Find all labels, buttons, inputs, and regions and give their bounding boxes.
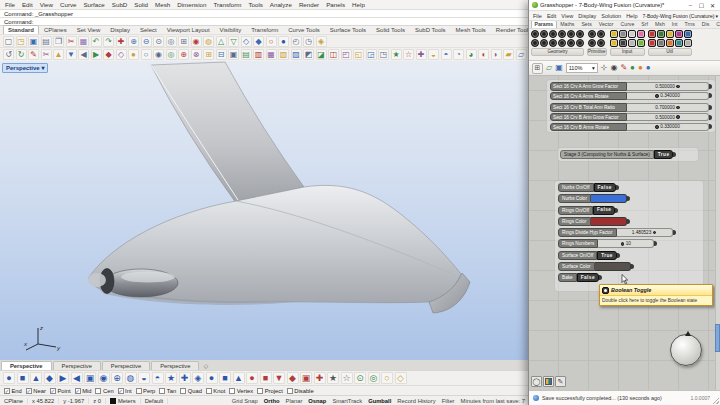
toolbar-icon[interactable]: ◆ (103, 49, 114, 60)
toolbar-icon[interactable]: ⊕ (111, 372, 123, 384)
toolbar-icon[interactable]: ◆ (287, 372, 299, 384)
gh-param[interactable]: Rings Color (558, 217, 676, 226)
component-tab[interactable]: Msh (651, 20, 668, 28)
sketch-ellipse-icon[interactable]: ◯ (531, 376, 542, 387)
document-selector[interactable]: 7-Body-Wing Fusion (Curvature) ▾ (642, 13, 717, 19)
markup-tool-icon[interactable]: ✎ (555, 376, 566, 387)
pan-icon[interactable]: ⊙ (153, 36, 164, 47)
number-slider[interactable]: Sect 16 Crv B Total Arm Ratio 0.700000 (550, 103, 712, 112)
menu-item[interactable]: Analyze (270, 1, 292, 8)
circle-icon[interactable]: ○ (266, 36, 277, 47)
menu-item[interactable]: Help (352, 1, 365, 8)
status-pane[interactable]: Osnap (308, 398, 326, 404)
toolbar-icon[interactable]: ◳ (378, 49, 389, 60)
menu-item[interactable]: Dimension (177, 1, 206, 8)
osnap-checkbox[interactable]: Point (50, 388, 71, 394)
component-icon[interactable] (531, 30, 539, 38)
slider-track[interactable]: 0.500000 (627, 113, 709, 122)
toolbar-icon[interactable]: ◇ (395, 372, 407, 384)
component-icon[interactable] (684, 39, 692, 47)
component-icon[interactable] (675, 39, 683, 47)
toolbar-icon[interactable]: ◕ (466, 49, 477, 60)
component-icon[interactable] (648, 30, 656, 38)
toolbar-tab[interactable]: Solid Tools (371, 25, 410, 34)
toolbar-icon[interactable]: ⊟ (216, 49, 227, 60)
component-icon[interactable] (666, 39, 674, 47)
toolbar-tab[interactable]: Set View (72, 25, 106, 34)
component-icon[interactable] (531, 39, 539, 47)
grasshopper-titlebar[interactable]: Grasshopper - 7-Body-Wing Fusion (Curvat… (529, 0, 720, 11)
zoom-in-icon[interactable]: ⊕ (128, 36, 139, 47)
move-icon[interactable]: △ (216, 36, 227, 47)
canvas-compass-widget[interactable] (670, 334, 702, 366)
output-nub-icon[interactable] (616, 185, 619, 190)
component-icon[interactable] (637, 30, 645, 38)
component-icon[interactable] (567, 39, 575, 47)
slider-track[interactable]: 0.700000 (627, 103, 709, 112)
toolbar-icon[interactable]: ✚ (179, 372, 191, 384)
status-cell[interactable]: Default (141, 398, 168, 404)
output-nub-icon[interactable] (709, 84, 712, 89)
component-icon[interactable] (675, 30, 683, 38)
open-icon[interactable]: ◳ (16, 36, 27, 47)
status-pane[interactable]: Filter (442, 398, 455, 404)
toolbar-icon[interactable]: ▣ (300, 372, 312, 384)
output-nub-icon[interactable] (617, 253, 620, 258)
toolbar-icon[interactable]: ★ (165, 372, 177, 384)
toolbar-icon[interactable]: ▣ (228, 49, 239, 60)
toolbar-icon[interactable]: ★ (391, 49, 402, 60)
toolbar-icon[interactable]: ⊗ (191, 49, 202, 60)
component-icon[interactable] (628, 39, 636, 47)
select-icon[interactable]: ◉ (191, 36, 202, 47)
toolbar-icon[interactable]: ■ (17, 372, 29, 384)
menu-item[interactable]: View (561, 13, 573, 19)
gh-param[interactable]: Rings On/Off False False (558, 206, 676, 215)
ribbon-group-label[interactable]: Util (648, 48, 692, 56)
component-icon[interactable] (684, 30, 692, 38)
status-pane[interactable]: Planar (286, 398, 303, 404)
status-cell[interactable]: CPlane (0, 398, 28, 404)
toolbar-icon[interactable]: ◈ (192, 372, 204, 384)
output-nub-icon[interactable] (709, 93, 712, 98)
canvas-scrollbar[interactable] (715, 76, 720, 390)
toolbar-icon[interactable]: ● (246, 372, 258, 384)
slider-knob-icon[interactable] (653, 231, 657, 235)
properties-icon[interactable]: ◷ (303, 36, 314, 47)
gh-param[interactable]: Surface Color (558, 262, 676, 271)
ribbon-group-label[interactable]: Geometry (531, 48, 584, 56)
colour-swatch[interactable] (591, 217, 627, 226)
slider-track[interactable]: 0.500000 (627, 82, 709, 91)
preview-eye-icon[interactable]: ◉ (610, 63, 617, 73)
paint-icon[interactable]: ✎ (620, 63, 627, 73)
scale-icon[interactable]: ◇ (241, 36, 252, 47)
component-icon[interactable] (619, 30, 627, 38)
osnap-checkbox[interactable]: Tan (159, 388, 176, 394)
copy-icon[interactable]: ❐ (53, 36, 64, 47)
toolbar-icon[interactable]: ▶ (91, 49, 102, 60)
green-sphere-icon[interactable]: ● (630, 63, 635, 73)
viewport-title[interactable]: Perspective ▾ (2, 63, 48, 73)
mirror-icon[interactable]: ◆ (253, 36, 264, 47)
remote-sliders-icon[interactable] (543, 376, 554, 387)
toolbar-icon[interactable]: ▦ (266, 49, 277, 60)
boolean-toggle[interactable]: True (597, 251, 617, 260)
toolbar-icon[interactable]: ◇ (116, 49, 127, 60)
rotate-icon[interactable]: ▽ (228, 36, 239, 47)
output-nub-icon[interactable] (673, 152, 676, 157)
menu-item[interactable]: View (40, 1, 53, 8)
new-viewport-icon[interactable]: ◇ (200, 362, 211, 370)
toolbar-icon[interactable]: ▱ (516, 49, 527, 60)
toolbar-icon[interactable]: ◒ (138, 372, 150, 384)
component-icon[interactable] (597, 30, 605, 38)
toolbar-icon[interactable]: ▰ (503, 49, 514, 60)
toolbar-icon[interactable]: ↺ (3, 49, 14, 60)
toolbar-icon[interactable]: ◉ (98, 372, 110, 384)
output-nub-icon[interactable] (627, 196, 630, 201)
slider-knob-icon[interactable] (676, 106, 680, 110)
component-tab[interactable]: Vector (595, 20, 617, 28)
toolbar-tab[interactable]: Curve Tools (283, 25, 325, 34)
component-icon[interactable] (588, 39, 596, 47)
save-icon[interactable]: ▣ (28, 36, 39, 47)
component-tab[interactable]: Curve (617, 20, 638, 28)
component-icon[interactable] (567, 30, 575, 38)
